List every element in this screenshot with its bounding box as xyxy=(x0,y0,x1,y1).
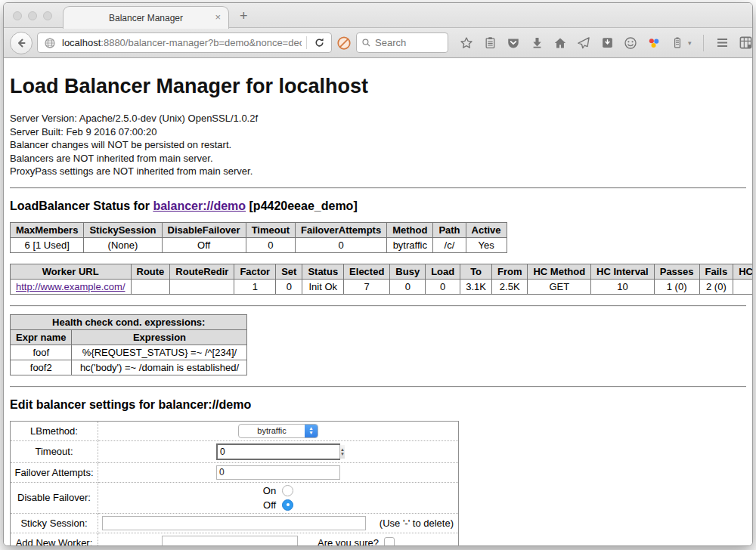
cell-worker-url: http://www.example.com/ xyxy=(11,279,132,294)
container-battery-icon[interactable] xyxy=(670,36,685,51)
health-check-table: Health check cond. expressions: Expr nam… xyxy=(10,314,247,375)
navigation-toolbar: localhost:8880/balancer-manager?b=demo&n… xyxy=(4,28,752,58)
status-heading-prefix: LoadBalancer Status for xyxy=(10,199,153,212)
browser-window: Balancer Manager × + localhost:8880/bala… xyxy=(3,2,753,546)
page-title: Load Balancer Manager for localhost xyxy=(10,75,746,98)
globe-icon xyxy=(42,36,57,51)
cell-to: 3.1K xyxy=(460,279,492,294)
timeout-input[interactable] xyxy=(218,445,339,459)
col-header: FailoverAttempts xyxy=(295,222,386,237)
number-spinner-icon[interactable]: ▲▼ xyxy=(339,445,345,459)
cell-passes: 1 (0) xyxy=(654,279,699,294)
col-header: HC uri xyxy=(733,264,752,279)
cell-hc-interval: 10 xyxy=(591,279,655,294)
col-header: From xyxy=(491,264,528,279)
col-header: Passes xyxy=(654,264,699,279)
zoom-window-button[interactable] xyxy=(43,11,52,20)
back-button[interactable] xyxy=(10,32,33,54)
form-row-disable-failover: Disable Failover: On Off xyxy=(11,482,459,513)
tab-close-icon[interactable]: × xyxy=(215,11,221,23)
col-header: MaxMembers xyxy=(11,222,84,237)
cell-failoverattempts: 0 xyxy=(295,237,386,252)
col-header: HC Interval xyxy=(591,264,655,279)
col-header: Expr name xyxy=(11,329,72,345)
bookmark-star-icon[interactable] xyxy=(459,36,474,51)
cell-elected: 7 xyxy=(344,279,390,294)
cell-disablefailover: Off xyxy=(162,237,246,252)
server-built-line: Server Built: Feb 9 2016 07:00:20 xyxy=(10,125,746,139)
failover-attempts-label: Failover Attempts: xyxy=(11,462,98,482)
cell-active: Yes xyxy=(466,237,507,252)
sticky-session-input[interactable] xyxy=(102,516,366,530)
cell-load: 0 xyxy=(426,279,460,294)
cell-hc-uri xyxy=(733,279,752,294)
lbmethod-selected-value: bytraffic xyxy=(239,426,305,435)
page-content: Load Balancer Manager for localhost Serv… xyxy=(4,58,752,546)
lbmethod-select[interactable]: bytraffic ▲▼ xyxy=(238,424,318,438)
col-header: Factor xyxy=(234,264,276,279)
col-header: RouteRedir xyxy=(170,264,234,279)
expr-row: foof2 hc('body') =~ /domain is establish… xyxy=(11,360,247,375)
col-header: Timeout xyxy=(246,222,295,237)
divider xyxy=(10,187,746,189)
col-header: Elected xyxy=(344,264,390,279)
url-bar[interactable]: localhost:8880/balancer-manager?b=demo&n… xyxy=(37,32,332,53)
url-text[interactable]: localhost:8880/balancer-manager?b=demo&n… xyxy=(62,37,302,48)
reload-icon[interactable] xyxy=(311,36,327,51)
cell-expression: hc('body') =~ /domain is established/ xyxy=(72,360,247,375)
balancer-demo-link[interactable]: balancer://demo xyxy=(153,199,246,212)
add-worker-input[interactable] xyxy=(162,536,298,547)
col-header: Busy xyxy=(390,264,426,279)
are-you-sure-checkbox[interactable] xyxy=(384,537,395,546)
add-worker-label: Add New Worker: xyxy=(11,533,98,546)
colorful-extension-icon[interactable] xyxy=(646,36,662,51)
edit-settings-heading: Edit balancer settings for balancer://de… xyxy=(10,398,746,412)
chevron-down-icon[interactable]: ▾ xyxy=(688,39,692,47)
menu-hamburger-icon[interactable] xyxy=(715,36,730,51)
col-header: StickySession xyxy=(84,222,162,237)
new-tab-button[interactable]: + xyxy=(240,9,248,23)
send-icon[interactable] xyxy=(576,36,591,51)
worker-url-link[interactable]: http://www.example.com/ xyxy=(16,281,125,292)
col-header: Active xyxy=(466,222,507,237)
pocket-icon[interactable] xyxy=(506,36,521,51)
cell-routeredir xyxy=(170,279,234,294)
search-input[interactable] xyxy=(375,37,443,48)
toolbar-icon-strip: ▾ xyxy=(459,35,753,51)
search-bar[interactable] xyxy=(356,32,448,53)
cell-stickysession: (None) xyxy=(84,237,162,252)
failover-attempts-input[interactable] xyxy=(216,465,340,480)
cell-status: Init Ok xyxy=(302,279,344,294)
server-version-line: Server Version: Apache/2.5.0-dev (Unix) … xyxy=(10,112,746,125)
radio-on-label: On xyxy=(263,485,276,496)
timeout-input-wrap: ▲▼ xyxy=(216,443,340,460)
col-header: Status xyxy=(302,264,344,279)
worker-table: Worker URL Route RouteRedir Factor Set S… xyxy=(10,264,752,295)
table-row: 6 [1 Used] (None) Off 0 0 bytraffic /c/ … xyxy=(11,237,507,252)
loadbalancer-status-heading: LoadBalancer Status for balancer://demo … xyxy=(10,199,746,213)
reading-list-icon[interactable] xyxy=(482,36,497,51)
feedback-smiley-icon[interactable] xyxy=(623,36,638,51)
radio-off[interactable] xyxy=(282,499,293,511)
cell-expr-name: foof xyxy=(11,345,72,360)
lbmethod-label: LBmethod: xyxy=(11,421,98,440)
cell-maxmembers: 6 [1 Used] xyxy=(11,237,84,252)
addon-install-icon[interactable] xyxy=(600,36,615,51)
col-header: Method xyxy=(387,222,433,237)
window-controls xyxy=(13,11,52,20)
url-host: localhost xyxy=(62,37,101,48)
download-icon[interactable] xyxy=(529,36,544,51)
server-info: Server Version: Apache/2.5.0-dev (Unix) … xyxy=(10,112,746,178)
close-window-button[interactable] xyxy=(13,11,22,20)
tab-balancer-manager[interactable]: Balancer Manager × xyxy=(63,6,229,29)
form-row-sticky-session: Sticky Session: (Use '-' to delete) xyxy=(11,513,459,533)
radio-on[interactable] xyxy=(282,485,293,496)
home-icon[interactable] xyxy=(553,36,568,51)
cell-set: 0 xyxy=(276,279,302,294)
cell-busy: 0 xyxy=(390,279,426,294)
toolbar-divider xyxy=(703,35,704,51)
cell-route xyxy=(131,279,170,294)
minimize-window-button[interactable] xyxy=(28,11,37,20)
tab-grid-icon[interactable] xyxy=(739,36,753,51)
content-blocked-icon[interactable] xyxy=(336,36,352,51)
